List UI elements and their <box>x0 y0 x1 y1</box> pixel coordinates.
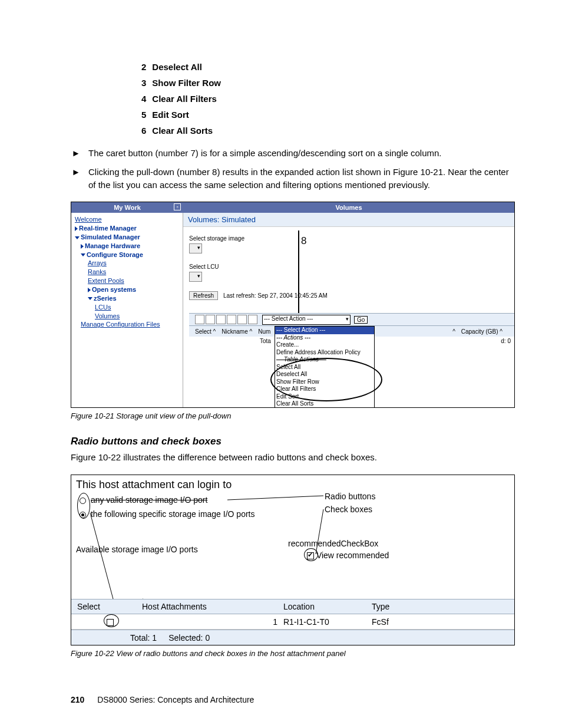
refresh-button[interactable]: Refresh <box>189 291 218 300</box>
sidebar-item-rtm[interactable]: Real-time Manager <box>79 225 137 232</box>
sidebar-item-mh[interactable]: Manage Hardware <box>85 242 140 249</box>
sidebar-item-extent-pools[interactable]: Extent Pools <box>88 277 124 284</box>
bullet-text: Clicking the pull-down (number 8) result… <box>88 166 515 192</box>
callout-check-boxes: Check boxes <box>325 505 372 514</box>
figure-10-21: My Work▫ Volumes Welcome Real-time Manag… <box>71 202 515 408</box>
page-number: 210 <box>71 695 84 704</box>
list-text: Deselect All <box>152 59 202 75</box>
annotation-circle <box>270 358 382 401</box>
annotation-circle <box>304 548 318 561</box>
label-select-storage-image: Select storage image <box>189 235 244 242</box>
col-select[interactable]: Select ^ <box>195 328 216 335</box>
toolbar-button[interactable] <box>237 315 247 324</box>
bullet-block: ► The caret button (number 7) is for a s… <box>71 147 515 191</box>
figure-caption: Figure 10-22 View of radio buttons and c… <box>71 649 515 658</box>
selected-fragment: d: 0 <box>501 338 511 344</box>
cell-type: FcSf <box>372 617 419 627</box>
caret-icon[interactable] <box>88 288 91 292</box>
panel-header-mywork: My Work▫ <box>71 202 183 213</box>
sidebar-item-ranks[interactable]: Ranks <box>88 268 106 275</box>
sidebar-item-open-systems[interactable]: Open systems <box>92 286 136 293</box>
caret-icon[interactable] <box>81 244 84 249</box>
svg-line-1 <box>90 513 115 608</box>
col-type[interactable]: Type <box>372 602 419 611</box>
label-select-lcu: Select LCU <box>189 263 219 270</box>
caret-down-icon[interactable] <box>88 297 92 300</box>
sidebar-item-sim[interactable]: Simulated Manager <box>81 233 140 241</box>
figure-10-22: This host attachment can login to any va… <box>71 475 515 645</box>
radio-label-any: any valid storage image I/O port <box>91 495 207 505</box>
sidebar-item-mcf[interactable]: Manage Configuration Files <box>81 321 160 328</box>
list-num: 4 <box>141 91 146 107</box>
list-num: 3 <box>141 75 146 91</box>
menu-item-define-policy[interactable]: Define Address Allocation Policy <box>275 349 374 357</box>
go-button[interactable]: Go <box>354 316 368 324</box>
col-host-attachments[interactable]: Host Attachments <box>142 602 283 611</box>
available-ports-label: Available storage image I/O ports <box>76 545 198 554</box>
sort-caret-icon[interactable]: ^ <box>452 328 455 335</box>
toolbar-button[interactable] <box>195 315 204 324</box>
list-num: 2 <box>141 59 146 75</box>
sidebar-item-cs[interactable]: Configure Storage <box>87 251 143 258</box>
list-num: 6 <box>141 123 146 139</box>
menu-heading: --- Actions --- <box>275 334 374 342</box>
table-toolbar: --- Select Action --- Go <box>189 313 514 326</box>
callout-radio-buttons: Radio buttons <box>325 492 375 501</box>
annotation-circle <box>77 493 90 519</box>
content-panel: Volumes: Simulated Select storage image … <box>183 213 514 407</box>
radio-label-specific: the following specific storage image I/O… <box>91 509 255 519</box>
col-capacity[interactable]: Capacity (GB) ^ <box>461 328 503 335</box>
sidebar-item-welcome[interactable]: Welcome <box>75 216 102 223</box>
lcu-dropdown[interactable] <box>189 272 202 282</box>
rec-checkbox-label: recommendedCheckBox <box>288 539 378 548</box>
col-location[interactable]: Location <box>283 602 372 611</box>
col-select[interactable]: Select <box>71 602 142 611</box>
menu-item-clear-sorts[interactable]: Clear All Sorts <box>275 400 374 408</box>
numbered-list: 2Deselect All 3Show Filter Row 4Clear Al… <box>141 59 515 139</box>
total-fragment: Tota <box>260 338 271 344</box>
select-action-dropdown[interactable]: --- Select Action --- <box>262 315 351 325</box>
caret-icon[interactable] <box>75 226 78 231</box>
section-text: Figure 10-22 illustrates the difference … <box>71 451 515 464</box>
nav-sidebar: Welcome Real-time Manager Simulated Mana… <box>71 213 183 407</box>
table-total: Total: 1 <box>130 633 157 643</box>
cell-location: R1-I1-C1-T0 <box>283 617 372 627</box>
section-heading: Radio buttons and check boxes <box>71 436 515 447</box>
sidebar-item-volumes[interactable]: Volumes <box>95 312 120 319</box>
table-row: 1 R1-I1-C1-T0 FcSf <box>71 614 514 630</box>
menu-item[interactable]: --- Select Action --- <box>275 327 374 334</box>
content-title: Volumes: Simulated <box>183 213 514 227</box>
sidebar-item-arrays[interactable]: Arrays <box>88 259 107 266</box>
footer-title: DS8000 Series: Concepts and Architecture <box>97 695 254 704</box>
ports-table: Select Host Attachments Location Type 1 … <box>71 599 514 645</box>
col-nickname[interactable]: Nickname ^ <box>222 328 252 335</box>
view-recommended-label: View recommended <box>316 551 389 560</box>
caret-down-icon[interactable] <box>81 253 85 256</box>
list-num: 5 <box>141 107 146 123</box>
list-text: Show Filter Row <box>152 75 221 91</box>
figure-caption: Figure 10-21 Storage unit view of the pu… <box>71 411 515 420</box>
login-heading: This host attachment can login to <box>76 479 232 491</box>
toolbar-button[interactable] <box>216 315 226 324</box>
sidebar-item-lcus[interactable]: LCUs <box>95 304 111 311</box>
toolbar-button[interactable] <box>227 315 236 324</box>
list-text: Edit Sort <box>152 107 189 123</box>
bullet-icon: ► <box>71 166 81 192</box>
col-number[interactable]: Num <box>258 328 270 335</box>
list-text: Clear All Sorts <box>152 123 213 139</box>
callout-8: 8 <box>301 235 306 247</box>
annotation-circle <box>104 614 119 627</box>
table-selected: Selected: 0 <box>168 633 210 643</box>
storage-image-dropdown[interactable] <box>189 243 202 253</box>
last-refresh-text: Last refresh: Sep 27, 2004 10:45:25 AM <box>223 292 328 299</box>
bullet-text: The caret button (number 7) is for a sim… <box>88 147 515 160</box>
toolbar-button[interactable] <box>248 315 257 324</box>
page-footer: 210 DS8000 Series: Concepts and Architec… <box>71 695 254 704</box>
sidebar-item-zseries[interactable]: zSeries <box>94 295 117 302</box>
caret-down-icon[interactable] <box>75 236 80 239</box>
collapse-icon[interactable]: ▫ <box>174 203 181 210</box>
list-text: Clear All Filters <box>152 91 216 107</box>
menu-item-create[interactable]: Create... <box>275 341 374 349</box>
toolbar-button[interactable] <box>206 315 215 324</box>
panel-header-volumes: Volumes <box>183 202 514 213</box>
